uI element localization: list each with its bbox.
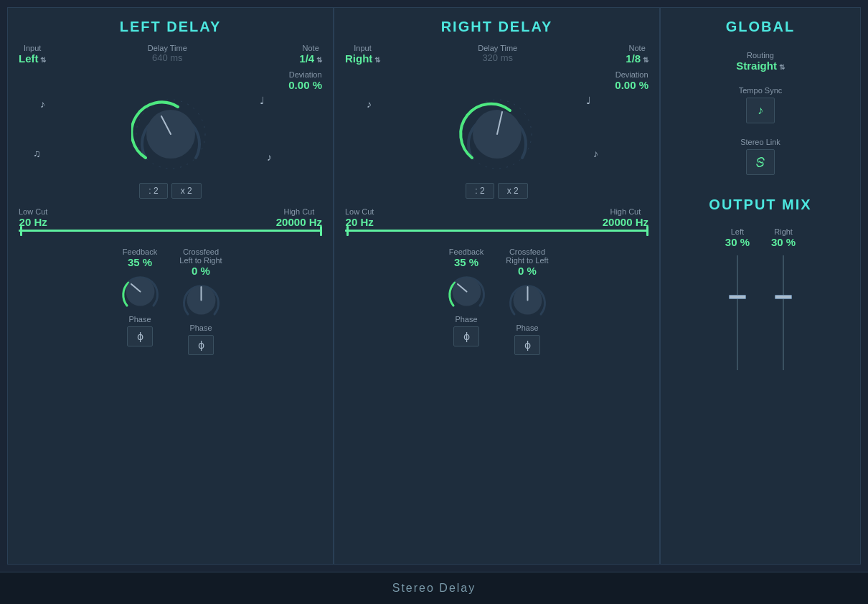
- right-filter-track[interactable]: [345, 230, 648, 232]
- left-note-icon-br: ♪: [267, 151, 272, 163]
- left-feedback-value: 35 %: [128, 256, 152, 268]
- right-feedback-value: 35 %: [454, 256, 478, 268]
- left-deviation-control: Deviation 0.00 %: [288, 70, 322, 91]
- right-highcut-thumb[interactable]: [646, 226, 648, 236]
- right-lowcut-group: Low Cut 20 Hz: [345, 207, 374, 228]
- right-filter-section: Low Cut 20 Hz High Cut 20000 Hz: [345, 207, 648, 232]
- right-note-section: Note 1/8 Deviation 0.00 %: [615, 44, 648, 91]
- routing-control: Routing Straight: [671, 51, 849, 72]
- right-highcut-value: 20000 Hz: [603, 216, 648, 228]
- right-crossfeed-label2: Right to Left: [506, 256, 548, 265]
- plugin-name: Stereo Delay: [392, 582, 476, 595]
- right-fader-value: 30 %: [771, 236, 796, 248]
- right-input-control: Input Right: [345, 44, 380, 65]
- left-input-control: Input Left: [19, 44, 46, 65]
- right-note-label: Note: [629, 44, 646, 52]
- left-deviation-label: Deviation: [289, 70, 322, 79]
- right-delay-time-knob[interactable]: [458, 95, 537, 174]
- left-note-icon-tr: ♩: [260, 95, 265, 106]
- left-note-select[interactable]: 1/4: [299, 52, 322, 65]
- left-delay-time-knob[interactable]: [131, 95, 210, 174]
- left-phase2-btn[interactable]: ϕ: [188, 335, 214, 355]
- right-input-label: Input: [354, 44, 371, 52]
- global-title: GLOBAL: [726, 19, 795, 35]
- left-bottom-knobs: Feedback 35 % Phase ϕ Crossfeed Left to …: [19, 247, 322, 355]
- right-fader-handle[interactable]: [775, 295, 792, 299]
- output-mix-title: OUTPUT MIX: [709, 197, 811, 213]
- left-crossfeed-knob[interactable]: [178, 277, 225, 324]
- left-delay-title: LEFT DELAY: [120, 19, 222, 35]
- right-multiply-btn[interactable]: x 2: [498, 183, 528, 199]
- right-knob-svg: [458, 95, 537, 174]
- tempo-sync-label: Tempo Sync: [739, 86, 783, 95]
- stereo-link-btn[interactable]: [746, 149, 775, 175]
- right-lowcut-label: Low Cut: [345, 207, 374, 216]
- left-highcut-thumb[interactable]: [320, 226, 322, 236]
- right-fader-track[interactable]: [783, 255, 784, 370]
- left-note-control: Note 1/4: [299, 44, 322, 65]
- left-lowcut-group: Low Cut 20 Hz: [19, 207, 47, 228]
- left-delaytime-control: Delay Time 640 ms: [148, 44, 187, 63]
- right-phase1-label: Phase: [455, 315, 477, 324]
- right-delay-knob-area: ♪ ♩ ♪: [345, 91, 648, 177]
- right-filter-fill: [345, 230, 648, 232]
- right-deviation-label: Deviation: [615, 70, 648, 79]
- right-div-buttons: : 2 x 2: [466, 183, 527, 199]
- left-phase1-label: Phase: [128, 315, 151, 324]
- right-note-icon-tr: ♩: [586, 95, 591, 106]
- right-highcut-group: High Cut 20000 Hz: [603, 207, 648, 228]
- left-highcut-value: 20000 Hz: [276, 216, 322, 228]
- left-highcut-label: High Cut: [283, 207, 314, 216]
- left-lowcut-thumb[interactable]: [20, 226, 22, 236]
- right-delaytime-label: Delay Time: [478, 44, 517, 52]
- left-fader-track[interactable]: [737, 255, 738, 370]
- right-note-control: Note 1/8: [626, 44, 648, 65]
- left-feedback-knob-svg: [117, 268, 164, 315]
- right-phase1-btn[interactable]: ϕ: [453, 326, 479, 346]
- right-phase2-label: Phase: [516, 324, 538, 332]
- right-delaytime-value: 320 ms: [482, 52, 513, 63]
- routing-select[interactable]: Straight: [736, 60, 784, 72]
- right-feedback-col: Feedback 35 % Phase ϕ: [443, 247, 490, 355]
- right-crossfeed-label1: Crossfeed: [509, 247, 545, 256]
- left-deviation-value: 0.00 %: [288, 79, 322, 91]
- right-feedback-knob[interactable]: [443, 268, 490, 315]
- right-note-select[interactable]: 1/8: [626, 52, 648, 65]
- right-crossfeed-knob-svg: [504, 277, 551, 324]
- right-phase2-btn[interactable]: ϕ: [514, 335, 540, 355]
- right-deviation-value: 0.00 %: [615, 79, 648, 91]
- left-delay-panel: LEFT DELAY Input Left Delay Time 640 ms …: [7, 7, 334, 565]
- left-delaytime-label: Delay Time: [148, 44, 187, 52]
- left-delaytime-value: 640 ms: [152, 52, 183, 63]
- left-filter-section: Low Cut 20 Hz High Cut 20000 Hz: [19, 207, 322, 232]
- left-note-label: Note: [303, 44, 319, 52]
- right-note-icon-tl: ♪: [367, 98, 372, 110]
- left-note-icon-tl: ♪: [40, 98, 45, 110]
- left-phase1-btn[interactable]: ϕ: [127, 326, 153, 346]
- left-filter-labels: Low Cut 20 Hz High Cut 20000 Hz: [19, 207, 322, 228]
- left-fader-value: 30 %: [725, 236, 750, 248]
- right-input-select[interactable]: Right: [345, 52, 380, 65]
- global-panel: GLOBAL Routing Straight Tempo Sync ♪ Ste…: [660, 7, 861, 565]
- left-knob-svg: [131, 95, 210, 174]
- tempo-sync-btn[interactable]: ♪: [746, 98, 775, 123]
- left-fader-handle[interactable]: [729, 295, 746, 299]
- stereo-link-label: Stereo Link: [740, 138, 780, 146]
- left-multiply-btn[interactable]: x 2: [171, 183, 202, 199]
- left-feedback-knob[interactable]: [117, 268, 164, 315]
- left-fader-col: Left 30 %: [725, 227, 750, 377]
- left-feedback-label: Feedback: [123, 247, 157, 256]
- left-note-section: Note 1/4 Deviation 0.00 %: [288, 44, 322, 91]
- right-divide-btn[interactable]: : 2: [466, 183, 494, 199]
- routing-label: Routing: [747, 51, 774, 60]
- stereo-link-control: Stereo Link: [671, 138, 849, 175]
- left-input-select[interactable]: Left: [19, 52, 46, 65]
- left-highcut-group: High Cut 20000 Hz: [276, 207, 322, 228]
- right-lowcut-thumb[interactable]: [346, 226, 349, 236]
- left-note-icon-bl: ♫: [33, 148, 41, 159]
- left-divide-btn[interactable]: : 2: [139, 183, 167, 199]
- right-delaytime-control: Delay Time 320 ms: [478, 44, 517, 63]
- left-filter-track[interactable]: [19, 230, 322, 232]
- right-crossfeed-knob[interactable]: [504, 277, 551, 324]
- right-bottom-knobs: Feedback 35 % Phase ϕ Crossfeed Right to…: [345, 247, 648, 355]
